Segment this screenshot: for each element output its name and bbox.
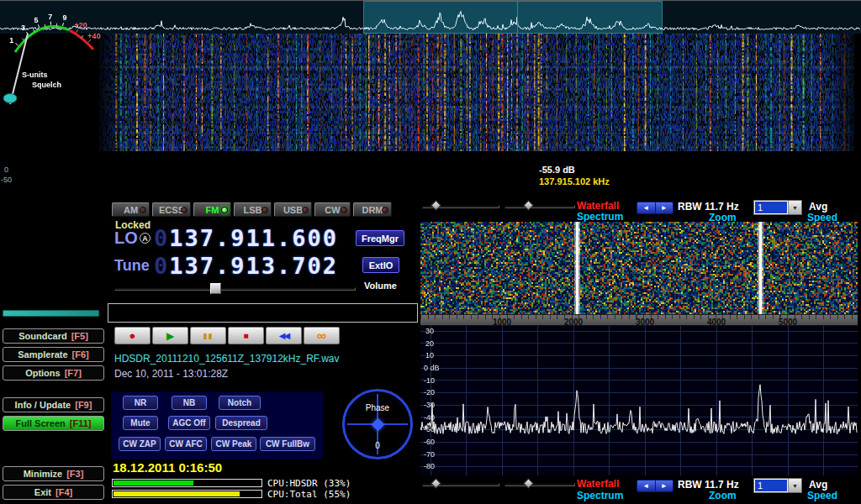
agc-off-button[interactable]: AGC Off [168,416,210,430]
rf-avg-combobox[interactable]: 1 ▼ [753,200,802,215]
rf-avg-value: 1 [755,202,787,213]
mode-label: DRM [362,205,383,215]
loop-button[interactable]: ∞ [304,327,340,344]
mode-button-usb[interactable]: USB [274,202,312,217]
mode-button-fm[interactable]: FM [193,202,231,217]
volume-slider-track[interactable] [114,287,356,291]
af-avg-value: 1 [755,480,787,491]
menu-hotkey: [F11] [70,418,92,428]
play-button[interactable]: ▶ [152,327,188,344]
menu-label: Options [25,368,61,378]
spin-left-icon[interactable]: ◄ [637,202,656,213]
info-update-button[interactable]: Info / Update[F9] [3,397,104,412]
af-brightness-slider-thumb[interactable] [430,478,441,489]
lo-frequency-display[interactable]: 0137.911.600 [154,225,338,251]
volume-label: Volume [364,281,397,291]
band-display-box [108,303,418,323]
pause-button[interactable]: ▮▮ [190,327,226,344]
menu-hotkey: [F6] [72,349,89,360]
stop-button[interactable]: ■ [228,327,264,344]
cpu-total-bar [112,490,262,498]
db-tick-label: -30 [424,401,435,409]
mode-button-drm[interactable]: DRM [353,202,392,217]
notch-button[interactable]: Notch [219,396,261,410]
nr-button[interactable]: NR [123,396,158,410]
phase-dial[interactable]: Phase 0 [342,389,413,459]
db-tick-label: -50 [424,425,435,433]
rf-contrast-slider-track[interactable] [504,205,575,208]
mode-button-am[interactable]: AM [112,202,150,217]
af-frequency-ruler[interactable]: 1000 2000 3000 4000 5000 [420,314,858,326]
record-button[interactable]: ● [114,327,151,344]
cpu-total-text: CPU:Total (55%) [267,489,351,500]
rf-zoom-waterfall[interactable] [420,222,858,314]
af-spectrum-label[interactable]: Spectrum [577,490,623,501]
rf-zoom-spinner[interactable]: ◄ ► [637,202,673,214]
rf-brightness-slider-thumb[interactable] [430,200,441,211]
rf-contrast-slider-thumb[interactable] [523,200,534,211]
dropdown-arrow-icon[interactable]: ▼ [788,201,801,214]
mode-button-lsb[interactable]: LSB [234,202,272,217]
db-tick-label: 30 [425,327,434,335]
dropdown-arrow-icon[interactable]: ▼ [788,479,801,492]
menu-hotkey: [F9] [75,400,92,410]
af-waterfall-label[interactable]: Waterfall [577,478,619,490]
menu-label: Info / Update [15,400,71,410]
options-button[interactable]: Options[F7] [3,365,104,381]
lo-label: LO [114,228,138,248]
menu-hotkey: [F3] [66,469,83,479]
overview-spectrum[interactable] [0,0,861,34]
rf-spectrum-label[interactable]: Spectrum [577,211,623,223]
af-zoom-spinner[interactable]: ◄ ► [637,480,673,492]
rf-waterfall-label[interactable]: Waterfall [577,200,619,212]
freqmgr-button[interactable]: FreqMgr [356,230,404,246]
cw-peak-button[interactable]: CW Peak [211,437,256,451]
full-screen-button[interactable]: Full Screen[F11] [3,416,104,431]
nb-button[interactable]: NB [172,396,207,410]
mode-label: USB [283,205,303,215]
tune-frequency-display[interactable]: 0137.913.702 [154,253,338,279]
mute-button[interactable]: Mute [123,416,158,430]
mode-button-ecss[interactable]: ECSS [152,202,191,217]
vfo-a-badge[interactable]: A [140,233,151,244]
spin-right-icon[interactable]: ► [656,202,673,213]
cw-afc-button[interactable]: CW AFC [165,437,207,451]
record-icon: ● [129,329,136,342]
minimize-button[interactable]: Minimize[F3] [3,466,104,481]
spin-right-icon[interactable]: ► [656,480,673,491]
db-tick-label: -70 [424,450,435,459]
mode-button-cw[interactable]: CW [314,202,351,217]
menu-label: Exit [34,487,51,497]
mode-label: LSB [244,205,262,215]
phase-value: 0 [345,441,410,450]
mode-led-icon [221,207,228,213]
af-avg-combobox[interactable]: 1 ▼ [753,478,802,493]
cpu-total-bar-fill [114,491,240,496]
menu-hotkey: [F5] [71,331,88,341]
mode-label: FM [206,205,219,215]
samplerate-button[interactable]: Samplerate[F6] [3,347,104,362]
phase-center-diamond-icon [371,417,384,431]
tune-frequency-value: 137.913.702 [169,253,338,279]
af-speed-label: Speed [807,490,837,501]
spin-left-icon[interactable]: ◄ [637,480,656,491]
af-contrast-slider-thumb[interactable] [523,478,534,489]
pause-icon: ▮▮ [203,332,214,340]
despread-button[interactable]: Despread [215,416,267,430]
rewind-button[interactable]: ◀◀ [266,327,302,344]
soundcard-button[interactable]: Soundcard[F5] [3,328,104,344]
loop-icon: ∞ [317,328,326,344]
rf-rbw-label: RBW 11.7 Hz [678,201,739,213]
af-spectrum[interactable] [420,326,858,475]
cw-zap-button[interactable]: CW ZAP [119,437,161,451]
squelch-level-bar[interactable] [3,310,99,317]
tune-label: Tune [114,257,150,275]
volume-slider-thumb[interactable] [210,283,221,294]
af-contrast-slider-track[interactable] [504,483,575,486]
recording-filename: HDSDR_20111210_125611Z_137912kHz_RF.wav [114,353,340,365]
extio-button[interactable]: ExtIO [362,257,399,273]
af-rbw-label: RBW 11.7 Hz [678,479,739,491]
exit-button[interactable]: Exit[F4] [3,485,104,500]
cw-fullbw-button[interactable]: CW FullBw [260,437,315,451]
mode-led-icon [302,207,309,213]
